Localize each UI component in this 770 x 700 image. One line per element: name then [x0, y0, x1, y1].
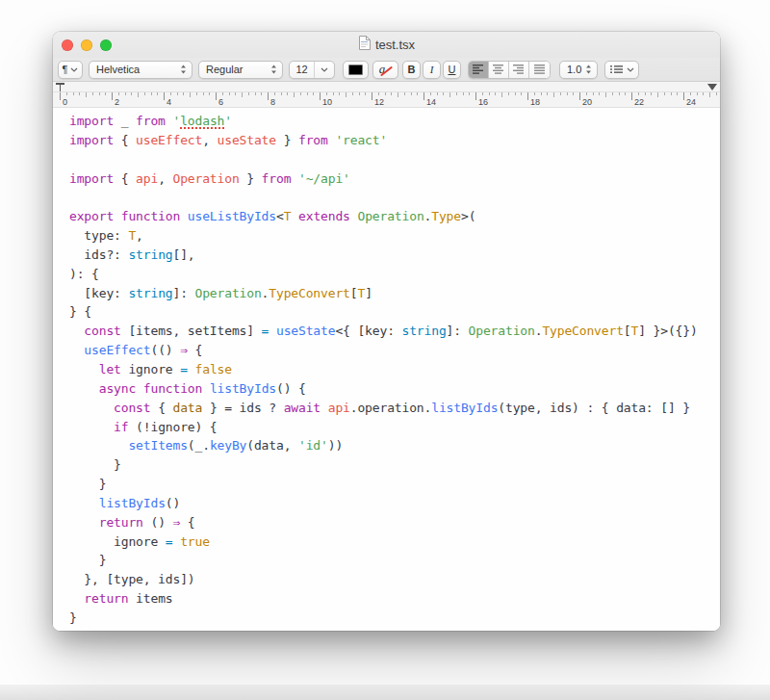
- align-justify-icon: [534, 65, 546, 74]
- background-color-well[interactable]: a: [372, 61, 398, 79]
- list-style-button[interactable]: [604, 61, 639, 79]
- bottom-band: [0, 685, 770, 700]
- underline-label: U: [449, 64, 456, 75]
- close-button[interactable]: [62, 39, 73, 51]
- stepper-icon: [270, 64, 278, 75]
- ruler-number: 20: [582, 97, 592, 107]
- paragraph-styles-button[interactable]: ¶: [58, 61, 83, 79]
- code-line: return items: [69, 589, 720, 609]
- code-line: import { api, Operation } from '~/api': [69, 169, 720, 189]
- code-line: } {: [69, 302, 720, 322]
- window-title: test.tsx: [375, 38, 415, 52]
- code-line: ): {: [69, 265, 720, 284]
- ruler-number: 22: [634, 97, 644, 107]
- list-icon: [610, 65, 623, 74]
- chevron-down-icon: [315, 67, 334, 72]
- document-icon: [358, 36, 371, 54]
- desktop: test.tsx ¶ Helvetica Regular: [0, 0, 770, 700]
- align-center-button[interactable]: [489, 62, 509, 78]
- code-line: useEffect(() ⇒ {: [69, 341, 720, 360]
- ruler-number: 4: [167, 97, 171, 107]
- underline-button[interactable]: U: [443, 61, 461, 79]
- minimize-button[interactable]: [81, 39, 92, 51]
- code-area: import _ from 'lodash'import { useEffect…: [53, 108, 720, 628]
- code-line: [69, 150, 720, 169]
- code-line: }, [type, ids]): [69, 570, 720, 589]
- code-line: ignore = true: [69, 532, 720, 552]
- chevron-down-icon: [70, 67, 78, 72]
- chevron-down-icon: [627, 67, 634, 72]
- bold-label: B: [408, 64, 416, 75]
- align-justify-button[interactable]: [529, 62, 550, 78]
- italic-label: I: [430, 64, 434, 75]
- alignment-segmented-control: [468, 61, 551, 79]
- code-line: async function listByIds() {: [69, 379, 720, 399]
- code-line: [key: string]: Operation.TypeConvert[T]: [69, 284, 720, 303]
- code-line: const [items, setItems] = useState<{ [ke…: [69, 322, 720, 341]
- font-family-value: Helvetica: [96, 64, 140, 75]
- code-line: }: [69, 551, 720, 570]
- ruler-marker-row: [53, 82, 720, 92]
- window-title-group: test.tsx: [358, 36, 415, 54]
- align-right-button[interactable]: [509, 62, 529, 78]
- font-size-value: 12: [290, 64, 314, 75]
- textedit-window: test.tsx ¶ Helvetica Regular: [53, 32, 720, 631]
- ruler-number: 24: [686, 97, 696, 107]
- align-center-icon: [493, 65, 504, 74]
- ruler: 024681012141618202224: [53, 82, 720, 108]
- paragraph-mark: ¶: [63, 64, 68, 75]
- code-line: type: T,: [69, 226, 720, 246]
- format-toolbar: ¶ Helvetica Regular 12: [53, 58, 720, 82]
- code-line: setItems(_.keyBy(data, 'id')): [69, 436, 720, 455]
- traffic-lights: [62, 32, 112, 58]
- code-line: }: [69, 609, 720, 628]
- ruler-number: 16: [478, 97, 488, 107]
- font-family-select[interactable]: Helvetica: [89, 61, 192, 79]
- font-style-select[interactable]: Regular: [198, 61, 283, 79]
- indent-marker[interactable]: [56, 83, 64, 91]
- code-line: if (!ignore) {: [69, 418, 720, 437]
- line-spacing-value: 1.0: [567, 64, 581, 75]
- titlebar[interactable]: test.tsx: [53, 32, 720, 58]
- fullscreen-button[interactable]: [100, 39, 112, 51]
- ruler-number: 6: [218, 97, 223, 107]
- code-line: ids?: string[],: [69, 246, 720, 265]
- code-line: listByIds(): [69, 494, 720, 513]
- code-line: export function useListByIds<T extends O…: [69, 207, 720, 226]
- code-line: [69, 188, 720, 207]
- right-margin-marker[interactable]: [707, 84, 717, 91]
- ruler-number: 8: [270, 97, 275, 107]
- code-line: return () ⇒ {: [69, 513, 720, 532]
- code-line: const { data } = ids ? await api.operati…: [69, 399, 720, 418]
- stepper-icon: [584, 64, 593, 75]
- align-right-icon: [513, 65, 525, 74]
- font-style-value: Regular: [206, 64, 244, 75]
- code-line: }: [69, 455, 720, 475]
- code-line: import { useEffect, useState } from 'rea…: [69, 131, 720, 150]
- ruler-number: 2: [115, 97, 119, 107]
- ruler-ticks: 024681012141618202224: [53, 92, 720, 107]
- code-line: let ignore = false: [69, 360, 720, 379]
- font-size-select[interactable]: 12: [289, 61, 335, 79]
- bold-button[interactable]: B: [402, 61, 421, 79]
- ruler-number: 14: [426, 97, 436, 107]
- italic-button[interactable]: I: [423, 61, 441, 79]
- line-spacing-stepper[interactable]: 1.0: [559, 61, 598, 79]
- ruler-number: 12: [374, 97, 384, 107]
- align-left-icon: [473, 65, 484, 74]
- ruler-number: 10: [322, 97, 332, 107]
- code-line: }: [69, 475, 720, 494]
- stepper-icon: [179, 64, 188, 75]
- ruler-number: 0: [63, 97, 67, 107]
- text-color-well[interactable]: [343, 61, 369, 79]
- ruler-number: 18: [530, 97, 540, 107]
- code-line: import _ from 'lodash': [69, 112, 720, 131]
- black-color-swatch: [348, 65, 363, 75]
- editor-area[interactable]: import _ from 'lodash'import { useEffect…: [53, 108, 720, 631]
- align-left-button[interactable]: [469, 62, 489, 78]
